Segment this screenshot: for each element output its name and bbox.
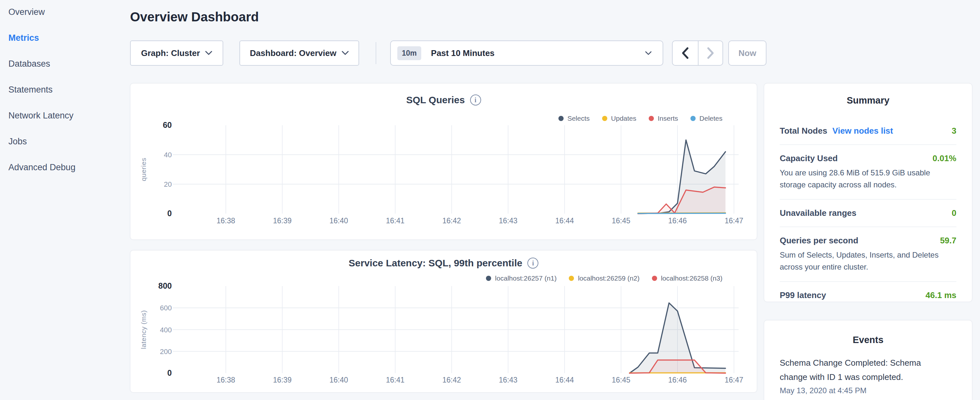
sidebar-item-network-latency[interactable]: Network Latency [8,105,73,126]
svg-text:16:46: 16:46 [668,217,687,225]
svg-text:16:40: 16:40 [329,376,348,384]
sidebar-item-overview[interactable]: Overview [8,2,45,22]
svg-text:20: 20 [164,180,172,188]
svg-text:16:45: 16:45 [612,217,631,225]
event-timestamp: May 13, 2020 at 4:45 PM [780,386,956,395]
time-next-button[interactable] [698,40,723,66]
svg-text:16:47: 16:47 [725,376,743,384]
summary-row-label: P99 latency [780,290,826,300]
events-panel: Events Schema Change Completed: Schema c… [764,320,972,400]
summary-row-label: Unavailable ranges [780,208,856,218]
time-range-label: Past 10 Minutes [431,48,495,58]
summary-row: Capacity Used0.01%You are using 28.6 MiB… [780,144,956,199]
dashboard-dropdown[interactable]: Dashboard: Overview [239,40,359,66]
time-now-button[interactable]: Now [728,40,767,66]
chart-plot-area[interactable]: 16:3816:3916:4016:4116:4216:4316:4416:45… [130,250,757,393]
service-latency-chart-card: Service Latency: SQL, 99th percentile i … [130,250,757,392]
summary-row-value: 0 [952,208,956,218]
view-nodes-list-link[interactable]: View nodes list [832,126,893,136]
summary-row-value: 59.7 [940,236,956,245]
page-title: Overview Dashboard [130,10,259,24]
svg-text:latency (ms): latency (ms) [140,310,147,349]
svg-text:16:44: 16:44 [555,217,574,225]
summary-row: Unavailable ranges0 [780,199,956,226]
chevron-right-icon [706,46,715,59]
sidebar-item-jobs[interactable]: Jobs [8,131,27,152]
sidebar-item-statements[interactable]: Statements [8,79,53,100]
summary-row-value: 46.1 ms [926,290,956,300]
summary-row-description: You are using 28.6 MiB of 515.9 GiB usab… [780,167,956,191]
svg-text:16:38: 16:38 [216,217,235,225]
summary-row: Total NodesView nodes list3 [780,106,956,144]
summary-row-label: Queries per second [780,236,858,245]
svg-text:0: 0 [167,368,172,377]
summary-row-label: Capacity Used [780,153,838,163]
svg-text:60: 60 [163,120,172,129]
events-list: Schema Change Completed: Schema change w… [764,345,972,395]
sql-queries-chart-card: SQL Queries i SelectsUpdatesInsertsDelet… [130,83,757,240]
time-range-badge: 10m [397,46,421,60]
svg-text:16:46: 16:46 [668,376,687,384]
time-prev-button[interactable] [672,40,698,66]
svg-text:16:41: 16:41 [386,217,405,225]
sidebar-item-databases[interactable]: Databases [8,53,50,74]
summary-row: P99 latency46.1 ms [780,281,956,309]
sidebar: OverviewMetricsDatabasesStatementsNetwor… [0,0,130,400]
chevron-down-icon [342,51,349,55]
svg-text:200: 200 [160,347,172,356]
svg-text:queries: queries [140,158,147,181]
event-item[interactable]: Schema Change Completed: Schema change w… [764,345,972,395]
sidebar-item-advanced-debug[interactable]: Advanced Debug [8,157,75,178]
svg-text:16:44: 16:44 [555,376,574,384]
summary-row-label: Total Nodes [780,126,827,136]
svg-text:0: 0 [167,209,172,218]
svg-text:16:38: 16:38 [216,376,235,384]
chevron-left-icon [681,46,689,59]
svg-text:16:42: 16:42 [442,376,461,384]
svg-text:16:43: 16:43 [499,217,518,225]
svg-text:800: 800 [158,281,172,290]
summary-panel: Summary Total NodesView nodes list3Capac… [764,83,972,302]
svg-text:16:39: 16:39 [273,376,292,384]
chart-plot-area[interactable]: 16:3816:3916:4016:4116:4216:4316:4416:45… [130,83,757,240]
summary-row-description: Sum of Selects, Updates, Inserts, and De… [780,249,956,273]
svg-text:16:47: 16:47 [725,217,743,225]
chevron-down-icon [205,51,212,55]
svg-text:16:41: 16:41 [386,376,405,384]
svg-text:16:45: 16:45 [612,376,631,384]
svg-text:16:39: 16:39 [273,217,292,225]
graph-dropdown[interactable]: Graph: Cluster [130,40,223,66]
svg-text:16:40: 16:40 [329,217,348,225]
events-title: Events [764,335,972,345]
graph-dropdown-label: Graph: Cluster [141,48,200,58]
svg-text:600: 600 [160,304,172,312]
svg-text:16:42: 16:42 [442,217,461,225]
svg-text:400: 400 [160,326,172,334]
event-message: Schema Change Completed: Schema change w… [780,356,935,384]
summary-row-value: 0.01% [932,153,956,163]
chevron-down-icon [645,51,652,55]
summary-row-value: 3 [952,126,956,136]
svg-text:16:43: 16:43 [499,376,518,384]
now-button-label: Now [739,48,756,58]
toolbar-divider [375,42,376,64]
summary-title: Summary [764,95,972,106]
svg-text:40: 40 [164,151,172,159]
time-range-dropdown[interactable]: 10m Past 10 Minutes [390,40,663,66]
app: OverviewMetricsDatabasesStatementsNetwor… [0,0,980,400]
summary-row: Queries per second59.7Sum of Selects, Up… [780,226,956,281]
sidebar-item-metrics[interactable]: Metrics [8,27,39,48]
summary-rows: Total NodesView nodes list3Capacity Used… [764,106,972,309]
dashboard-dropdown-label: Dashboard: Overview [250,48,336,58]
